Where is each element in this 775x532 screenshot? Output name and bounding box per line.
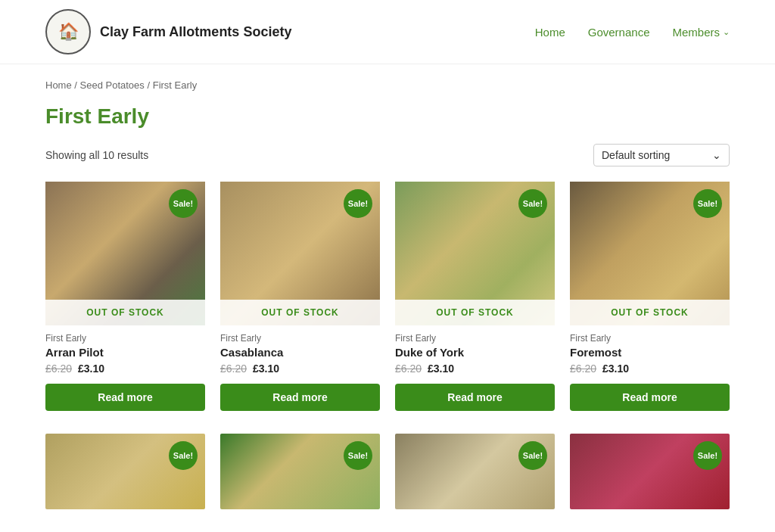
product-name-arran: Arran Pilot [45,346,205,359]
nav-members-label: Members [672,26,720,39]
sale-badge-arran: Sale! [169,189,198,218]
original-price-foremost: £6.20 [570,362,596,375]
chevron-down-icon: ⌄ [723,27,730,37]
out-of-stock-casablanca: OUT OF STOCK [220,300,380,325]
sale-price-foremost: £3.10 [602,362,629,375]
sale-badge-duke: Sale! [518,189,547,218]
product-category-foremost: First Early [570,333,730,344]
sort-label: Default sorting [602,149,670,161]
read-more-duke[interactable]: Read more [395,384,555,411]
out-of-stock-foremost: OUT OF STOCK [570,300,730,325]
page-title: First Early [0,98,775,144]
breadcrumb-current: First Early [153,79,198,91]
product-image-foremost: Sale! OUT OF STOCK [570,182,730,325]
original-price-arran: £6.20 [45,362,72,375]
product-card-foremost: Sale! OUT OF STOCK First Early Foremost … [570,182,730,411]
breadcrumb-sep1: / [74,79,79,91]
product-image-casablanca: Sale! OUT OF STOCK [220,182,380,325]
site-header: 🏠 Clay Farm Allotments Society Home Gove… [0,0,775,64]
products-grid-row2: Sale! Sale! Sale! Sale! [0,434,775,532]
sale-price-casablanca: £3.10 [253,362,279,375]
product-card-bottom1: Sale! [45,434,205,509]
product-category-duke: First Early [395,333,555,344]
logo-house-icon: 🏠 [58,22,79,42]
product-card-bottom4: Sale! [570,434,730,509]
read-more-casablanca[interactable]: Read more [220,384,380,411]
logo-area: 🏠 Clay Farm Allotments Society [45,9,291,54]
results-bar: Showing all 10 results Default sorting ⌄ [0,144,775,182]
out-of-stock-arran: OUT OF STOCK [45,300,205,325]
out-of-stock-duke: OUT OF STOCK [395,300,555,325]
sale-badge-casablanca: Sale! [344,189,372,218]
sale-price-duke: £3.10 [428,362,454,375]
site-title: Clay Farm Allotments Society [100,24,291,40]
product-card-casablanca: Sale! OUT OF STOCK First Early Casablanc… [220,182,380,411]
product-card-bottom3: Sale! [395,434,555,509]
product-price-arran: £6.20 £3.10 [45,362,205,375]
results-count: Showing all 10 results [45,149,148,161]
sale-badge-bottom1: Sale! [169,441,198,470]
nav-members[interactable]: Members ⌄ [672,26,730,39]
read-more-foremost[interactable]: Read more [570,384,730,411]
product-card-duke-of-york: Sale! OUT OF STOCK First Early Duke of Y… [395,182,555,411]
product-image-duke: Sale! OUT OF STOCK [395,182,555,325]
product-price-foremost: £6.20 £3.10 [570,362,730,375]
breadcrumb-home[interactable]: Home [45,79,72,91]
nav-home[interactable]: Home [535,26,565,39]
original-price-casablanca: £6.20 [220,362,247,375]
sale-price-arran: £3.10 [78,362,104,375]
product-price-duke: £6.20 £3.10 [395,362,555,375]
product-category-casablanca: First Early [220,333,380,344]
product-name-foremost: Foremost [570,346,730,359]
products-grid: Sale! OUT OF STOCK First Early Arran Pil… [0,182,775,434]
sort-chevron-icon: ⌄ [712,149,721,161]
sale-badge-foremost: Sale! [693,189,722,218]
breadcrumb: Home / Seed Potatoes / First Early [0,64,775,98]
product-name-duke: Duke of York [395,346,555,359]
sort-select[interactable]: Default sorting ⌄ [593,144,730,166]
breadcrumb-seed-potatoes[interactable]: Seed Potatoes [80,79,145,91]
product-image-arran: Sale! OUT OF STOCK [45,182,205,325]
original-price-duke: £6.20 [395,362,422,375]
sale-badge-bottom3: Sale! [518,441,547,470]
product-card-bottom2: Sale! [220,434,380,509]
sale-badge-bottom2: Sale! [344,441,372,470]
nav-governance[interactable]: Governance [588,26,650,39]
product-card-arran-pilot: Sale! OUT OF STOCK First Early Arran Pil… [45,182,205,411]
main-nav: Home Governance Members ⌄ [535,26,730,39]
breadcrumb-sep2: / [147,79,152,91]
product-category-arran: First Early [45,333,205,344]
sale-badge-bottom4: Sale! [693,441,722,470]
product-name-casablanca: Casablanca [220,346,380,359]
read-more-arran[interactable]: Read more [45,384,205,411]
logo-icon: 🏠 [45,9,91,54]
product-price-casablanca: £6.20 £3.10 [220,362,380,375]
